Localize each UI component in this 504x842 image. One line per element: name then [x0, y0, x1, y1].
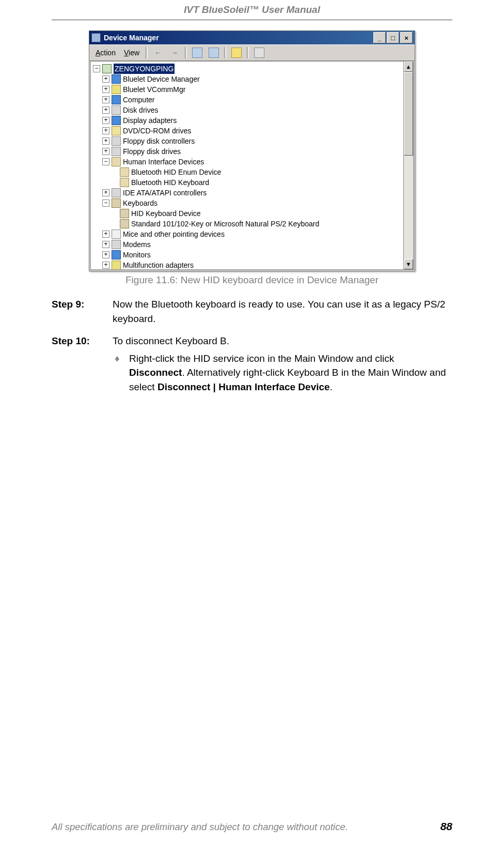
tree-item[interactable]: +Bluelet Device Manager: [93, 74, 403, 84]
title-rule: [52, 20, 452, 20]
monitor-icon: [112, 250, 121, 259]
menu-view[interactable]: View: [121, 48, 143, 58]
expand-icon[interactable]: +: [102, 231, 109, 238]
figure-caption: Figure 11.6: New HID keyboard device in …: [52, 274, 452, 286]
tree-item[interactable]: +Disk drives: [93, 105, 403, 115]
figure-screenshot: Device Manager _ □ × Action View ← →: [52, 30, 452, 271]
tree-item[interactable]: +Multifunction adapters: [93, 260, 403, 269]
tree-item[interactable]: +Floppy disk controllers: [93, 136, 403, 146]
tree-item[interactable]: +Monitors: [93, 250, 403, 260]
nav-forward-button[interactable]: →: [167, 46, 182, 59]
device-manager-window: Device Manager _ □ × Action View ← →: [89, 30, 415, 271]
device-icon: [112, 105, 121, 115]
vertical-scrollbar[interactable]: ▲ ▼: [403, 62, 413, 269]
toolbar-btn-2[interactable]: [207, 46, 221, 59]
menu-action[interactable]: Action: [92, 48, 119, 58]
computer-icon: [102, 64, 112, 73]
expand-icon[interactable]: +: [102, 251, 109, 258]
window-title: Device Manager: [104, 34, 372, 42]
hid-icon: [120, 167, 129, 177]
tree-label: Keyboards: [123, 198, 158, 208]
tree-label: Disk drives: [123, 105, 158, 115]
toolbar-btn-4[interactable]: [252, 46, 266, 59]
step-label: Step 10:: [52, 334, 113, 394]
collapse-icon[interactable]: −: [102, 158, 109, 165]
tree-label: Bluelet Device Manager: [123, 74, 200, 84]
strong-text: Disconnect | Human Interface Device: [158, 381, 330, 392]
keyboard-icon: [120, 209, 129, 218]
tree-subitem[interactable]: Bluetooth HID Enum Device: [93, 167, 403, 177]
tree-label: Bluetooth HID Keyboard: [131, 177, 209, 188]
device-icon: [112, 147, 121, 156]
collapse-icon[interactable]: −: [102, 200, 109, 207]
tree-item[interactable]: +Modems: [93, 239, 403, 250]
expand-icon[interactable]: +: [102, 86, 109, 93]
doc-title: IVT BlueSoleil™ User Manual: [52, 0, 452, 16]
hid-icon: [120, 178, 129, 187]
tree-label: Multifunction adapters: [123, 260, 194, 269]
device-tree[interactable]: −ZENGYONGPING +Bluelet Device Manager +B…: [91, 62, 403, 269]
menubar: Action View ← →: [89, 44, 415, 61]
toolbar-btn-3[interactable]: [229, 46, 244, 59]
collapse-icon[interactable]: −: [93, 65, 100, 72]
tree-item[interactable]: +Floppy disk drives: [93, 146, 403, 157]
maximize-button[interactable]: □: [387, 32, 399, 43]
tree-item[interactable]: +IDE ATA/ATAPI controllers: [93, 188, 403, 198]
expand-icon[interactable]: +: [102, 127, 109, 134]
expand-icon[interactable]: +: [102, 262, 109, 269]
minimize-button[interactable]: _: [373, 32, 386, 43]
page-number: 88: [440, 820, 452, 833]
tree-item[interactable]: +DVD/CD-ROM drives: [93, 126, 403, 136]
expand-icon[interactable]: +: [102, 117, 109, 124]
close-button[interactable]: ×: [400, 32, 413, 43]
device-icon: [112, 126, 121, 135]
expand-icon[interactable]: +: [102, 96, 109, 103]
strong-text: Disconnect: [129, 367, 182, 378]
step-body: To disconnect Keyboard B. ♦ Right-click …: [113, 334, 452, 394]
mouse-icon: [112, 229, 121, 239]
tree-label: Mice and other pointing devices: [123, 229, 225, 239]
expand-icon[interactable]: +: [102, 137, 109, 145]
toolbar-btn-1[interactable]: [190, 46, 204, 59]
scroll-thumb[interactable]: [404, 72, 413, 156]
tree-label: Bluelet VCommMgr: [123, 84, 185, 95]
step-intro: To disconnect Keyboard B.: [113, 334, 452, 348]
titlebar: Device Manager _ □ ×: [89, 31, 415, 44]
scroll-track[interactable]: [404, 156, 413, 259]
tree-label: IDE ATA/ATAPI controllers: [123, 188, 207, 198]
expand-icon[interactable]: +: [102, 241, 109, 248]
keyboard-icon: [120, 219, 129, 228]
expand-icon[interactable]: +: [102, 148, 109, 155]
tree-label: Computer: [123, 95, 154, 105]
step-9: Step 9: Now the Bluetooth keyboard is re…: [52, 297, 452, 326]
device-icon: [112, 136, 121, 146]
text: Right-click the HID service icon in the …: [129, 353, 394, 364]
tree-panel: −ZENGYONGPING +Bluelet Device Manager +B…: [90, 61, 414, 270]
device-icon: [112, 85, 121, 94]
expand-icon[interactable]: +: [102, 106, 109, 114]
scroll-down-button[interactable]: ▼: [404, 259, 413, 269]
toolbar-separator: [185, 47, 187, 58]
tree-root-label: ZENGYONGPING: [114, 64, 175, 74]
page-footer: All specifications are preliminary and s…: [52, 820, 452, 833]
tree-item[interactable]: +Mice and other pointing devices: [93, 229, 403, 239]
toolbar-separator: [247, 47, 249, 58]
expand-icon[interactable]: +: [102, 189, 109, 196]
tree-item[interactable]: +Bluelet VCommMgr: [93, 84, 403, 95]
tree-item-keyboards[interactable]: −Keyboards: [93, 198, 403, 208]
keyboard-icon: [112, 198, 121, 208]
tree-subitem[interactable]: HID Keyboard Device: [93, 208, 403, 219]
bullet-text: Right-click the HID service icon in the …: [129, 351, 452, 394]
nav-back-button[interactable]: ←: [151, 46, 165, 59]
tree-label: Monitors: [123, 250, 151, 260]
scroll-up-button[interactable]: ▲: [404, 62, 413, 72]
expand-icon[interactable]: +: [102, 75, 109, 83]
tree-label: Display adapters: [123, 115, 177, 126]
tree-label: Standard 101/102-Key or Microsoft Natura…: [131, 219, 319, 229]
tree-item[interactable]: +Display adapters: [93, 115, 403, 126]
tree-subitem[interactable]: Standard 101/102-Key or Microsoft Natura…: [93, 219, 403, 229]
tree-item-hid[interactable]: −Human Interface Devices: [93, 157, 403, 167]
tree-subitem[interactable]: Bluetooth HID Keyboard: [93, 177, 403, 188]
tree-root[interactable]: −ZENGYONGPING: [93, 64, 403, 74]
tree-item[interactable]: +Computer: [93, 95, 403, 105]
